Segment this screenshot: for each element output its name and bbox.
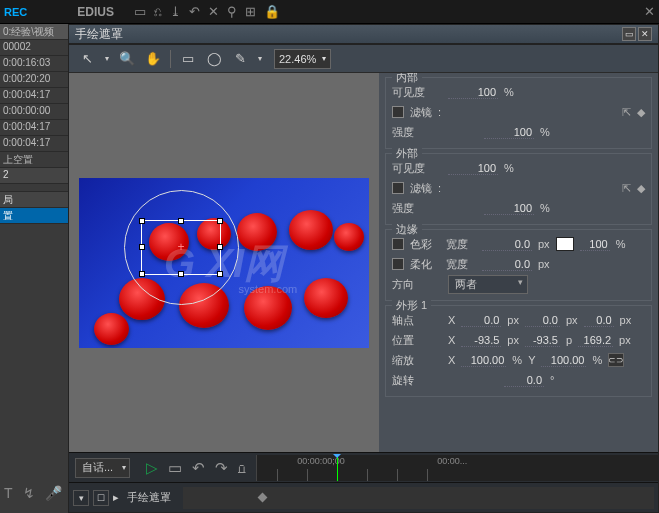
axis-y: Y bbox=[528, 354, 535, 366]
scale-label: 缩放 bbox=[392, 353, 442, 368]
timeline-ruler[interactable]: 00:00:00;00 00:00... bbox=[256, 455, 658, 481]
unit: % bbox=[504, 86, 514, 98]
section-title: 外部 bbox=[392, 146, 422, 161]
visibility-label: 可见度 bbox=[392, 161, 442, 176]
pen-tool[interactable]: ✎ bbox=[228, 48, 252, 70]
search-icon[interactable]: ⚲ bbox=[227, 4, 237, 19]
intensity-value[interactable]: 100 bbox=[484, 202, 534, 215]
scale-y[interactable]: 100.00 bbox=[541, 354, 586, 367]
next-kf-button[interactable]: ↷ bbox=[215, 459, 228, 477]
color-checkbox[interactable] bbox=[392, 238, 404, 250]
save-icon[interactable]: ⤓ bbox=[170, 4, 181, 19]
enable-checkbox[interactable]: ☐ bbox=[93, 490, 109, 506]
keyframe-icon[interactable]: ◆ bbox=[637, 182, 645, 195]
mask-bounding-box[interactable]: + bbox=[141, 220, 221, 275]
intensity-label: 强度 bbox=[392, 201, 442, 216]
track-label[interactable]: 手绘遮罩 bbox=[127, 490, 171, 505]
clip-id: 00002 bbox=[0, 40, 68, 56]
unit: ° bbox=[550, 374, 554, 386]
prev-kf-button[interactable]: ↶ bbox=[192, 459, 205, 477]
redo-icon[interactable]: ✕ bbox=[208, 4, 219, 19]
link-icon[interactable]: ⊂⊃ bbox=[608, 353, 624, 367]
selected-row[interactable]: 置 bbox=[0, 208, 68, 224]
unit: % bbox=[512, 354, 522, 366]
undo-icon[interactable]: ↶ bbox=[189, 4, 200, 19]
preset-dropdown[interactable]: 自话... bbox=[75, 458, 130, 478]
outer-section: 外部 可见度 100 % 滤镜 : ⇱ ◆ 强度 bbox=[385, 153, 652, 225]
play-button[interactable]: ▷ bbox=[146, 459, 158, 477]
anchor-x[interactable]: 0.0 bbox=[461, 314, 501, 327]
pos-x[interactable]: -93.5 bbox=[461, 334, 501, 347]
track-expand-icon[interactable]: ▸ bbox=[113, 491, 119, 504]
rotation-value[interactable]: 0.0 bbox=[504, 374, 544, 387]
hand-tool[interactable]: ✋ bbox=[141, 48, 165, 70]
panel-title: 手绘遮罩 bbox=[75, 26, 620, 43]
anchor-z[interactable]: 0.0 bbox=[584, 314, 614, 327]
intensity-value[interactable]: 100 bbox=[484, 126, 534, 139]
unit: px bbox=[538, 258, 550, 270]
keyframe-track[interactable] bbox=[183, 487, 654, 509]
tc-row: 上空置 bbox=[0, 152, 68, 168]
open-icon[interactable]: ⎌ bbox=[154, 4, 162, 19]
shape-section: 外形 1 轴点 X 0.0 px 0.0 px 0.0 px 位置 X -93.… bbox=[385, 305, 652, 397]
opacity-value[interactable]: 100 bbox=[580, 238, 610, 251]
zoom-tool[interactable]: 🔍 bbox=[115, 48, 139, 70]
pointer-tool[interactable]: ↖ bbox=[75, 48, 99, 70]
filter-label: 滤镜 bbox=[410, 181, 432, 196]
visibility-value[interactable]: 100 bbox=[448, 86, 498, 99]
lock-icon[interactable]: 🔒 bbox=[264, 4, 280, 19]
color-swatch[interactable] bbox=[556, 237, 574, 251]
width-value[interactable]: 0.0 bbox=[482, 238, 532, 251]
anchor-y[interactable]: 0.0 bbox=[525, 314, 560, 327]
filter-checkbox[interactable] bbox=[392, 182, 404, 194]
expand-button[interactable]: ▾ bbox=[73, 490, 89, 506]
soften-checkbox[interactable] bbox=[392, 258, 404, 270]
visibility-value[interactable]: 100 bbox=[448, 162, 498, 175]
unit: px bbox=[538, 238, 550, 250]
width-label: 宽度 bbox=[446, 237, 476, 252]
section-title: 边缘 bbox=[392, 222, 422, 237]
export-icon[interactable]: ⇱ bbox=[622, 182, 631, 195]
loop-button[interactable]: ▭ bbox=[168, 459, 182, 477]
filter-checkbox[interactable] bbox=[392, 106, 404, 118]
preview-viewport[interactable]: G XI网 system.com + bbox=[69, 73, 379, 452]
anchor-label: 轴点 bbox=[392, 313, 442, 328]
pointer-dropdown[interactable]: ▾ bbox=[101, 48, 113, 70]
graph-button[interactable]: ⩍ bbox=[238, 459, 246, 476]
zoom-input[interactable]: 22.46%▾ bbox=[274, 49, 331, 69]
colon: : bbox=[438, 182, 441, 194]
rect-tool[interactable]: ▭ bbox=[176, 48, 200, 70]
pos-z[interactable]: 169.2 bbox=[578, 334, 613, 347]
direction-dropdown[interactable]: 两者 bbox=[448, 275, 528, 294]
layout-icon[interactable]: ⊞ bbox=[245, 4, 256, 19]
unit: % bbox=[616, 238, 626, 250]
cut-tool-icon[interactable]: ↯ bbox=[23, 485, 35, 501]
close-button[interactable]: ✕ bbox=[638, 27, 652, 41]
minimize-button[interactable]: ▭ bbox=[622, 27, 636, 41]
soften-value[interactable]: 0.0 bbox=[482, 258, 532, 271]
group-header: 局 bbox=[0, 192, 68, 208]
scale-x[interactable]: 100.00 bbox=[461, 354, 506, 367]
new-icon[interactable]: ▭ bbox=[134, 4, 146, 19]
axis-x: X bbox=[448, 334, 455, 346]
intensity-label: 强度 bbox=[392, 125, 442, 140]
tc-row: 0:00:00:00 bbox=[0, 104, 68, 120]
clip-name[interactable]: 0:经验\视频 bbox=[0, 24, 68, 40]
app-close-icon[interactable]: ✕ bbox=[644, 4, 655, 19]
text-tool-icon[interactable]: T bbox=[4, 485, 13, 501]
unit: p bbox=[566, 334, 572, 346]
mic-icon[interactable]: 🎤 bbox=[45, 485, 62, 501]
keyframe[interactable] bbox=[258, 492, 268, 502]
app-title: EDIUS bbox=[77, 5, 114, 19]
export-icon[interactable]: ⇱ bbox=[622, 106, 631, 119]
inner-section: 内部 可见度 100 % 滤镜 : ⇱ ◆ 强度 bbox=[385, 77, 652, 149]
keyframe-icon[interactable]: ◆ bbox=[637, 106, 645, 119]
ruler-label: 00:00... bbox=[437, 456, 467, 466]
pen-dropdown[interactable]: ▾ bbox=[254, 48, 266, 70]
pos-y[interactable]: -93.5 bbox=[525, 334, 560, 347]
axis-x: X bbox=[448, 354, 455, 366]
anchor-cross-icon[interactable]: + bbox=[177, 240, 184, 254]
playhead[interactable] bbox=[337, 455, 338, 481]
colon: : bbox=[438, 106, 441, 118]
ellipse-tool[interactable]: ◯ bbox=[202, 48, 226, 70]
